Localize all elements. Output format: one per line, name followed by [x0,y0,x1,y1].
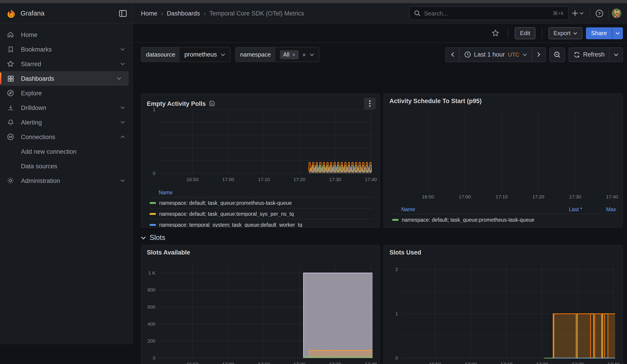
legend-column-last[interactable]: Last * [549,207,582,212]
dashboards-grid-icon [0,75,21,82]
dock-menu-icon[interactable] [119,10,127,17]
remove-chip-icon[interactable]: × [292,51,296,58]
svg-text:17:20: 17:20 [293,362,306,364]
clear-icon[interactable]: × [302,51,306,58]
sidebar-item-drilldown[interactable]: Drilldown [0,100,132,115]
svg-text:17:20: 17:20 [536,362,548,364]
breadcrumb-separator: › [204,9,206,17]
svg-text:?: ? [598,11,601,16]
breadcrumb-dashboards[interactable]: Dashboards [167,10,200,17]
sidebar-item-dashboards[interactable]: Dashboards [0,71,129,86]
svg-text:16:50: 16:50 [422,194,434,199]
chevron-down-icon [310,53,314,56]
svg-text:17:00: 17:00 [222,362,234,364]
add-button[interactable] [569,7,587,20]
svg-text:17:40: 17:40 [606,194,618,199]
svg-text:800: 800 [148,287,156,292]
namespace-label: namespace [236,48,275,62]
divider [541,28,542,38]
sidebar-item-connections[interactable]: Connections [0,130,132,144]
help-icon[interactable]: ? [593,7,606,20]
refresh-interval-button[interactable] [610,48,623,61]
legend-row[interactable]: namespace: default; task_queue:prometheu… [150,197,373,208]
breadcrumb-home[interactable]: Home [141,10,157,17]
legend-column-name[interactable]: Name [392,207,549,212]
panel-empty-activity-polls: Empty Activity Polls 16:5017:0017:1017:2… [141,94,380,228]
panel-title[interactable]: Empty Activity Polls [147,100,206,107]
chevron-left-icon [451,52,454,57]
time-range-picker[interactable]: Last 1 hour UTC [459,48,532,61]
breadcrumb-separator: › [161,9,163,17]
sidebar-item-administration[interactable]: Administration [0,173,132,188]
sidebar-item-add-new-connection[interactable]: Add new connection [0,144,132,159]
series-name: namespace: default; task_queue:prometheu… [159,200,373,206]
breadcrumb-current: Temporal Core SDK (OTel) Metrics [209,10,304,17]
legend-column-max[interactable]: Max [582,207,616,212]
namespace-chip-all[interactable]: All × [280,50,299,59]
section-title: Slots [150,234,165,242]
panel-title[interactable]: Slots Used [389,249,421,256]
connections-icon [0,133,21,141]
legend-row[interactable]: namespace: default; task_queue:prometheu… [392,214,616,225]
kebab-menu-icon [369,100,371,107]
svg-text:16:50: 16:50 [187,362,199,364]
chevron-down-icon [120,62,125,65]
sidebar-item-alerting[interactable]: Alerting [0,115,132,130]
search-placeholder: Search... [424,10,549,17]
chevron-down-icon [574,32,577,34]
namespace-variable: namespace All × × [235,47,319,62]
dashboard-actions: Edit Export Share [133,24,627,43]
svg-text:0: 0 [395,355,398,361]
share-button[interactable]: Share [586,27,612,39]
header: Grafana Home › Dashboards › Temporal Cor… [0,3,627,24]
svg-text:17:00: 17:00 [459,194,471,199]
timeseries-chart: 16:5017:0017:1017:2017:3017:400200400600… [145,260,377,364]
time-controls: Last 1 hour UTC [445,47,623,62]
svg-text:17:30: 17:30 [329,177,341,182]
share-menu-button[interactable] [612,27,623,39]
favorite-star-icon[interactable] [489,27,502,40]
home-icon [0,31,21,38]
panel-description-icon[interactable] [209,100,215,107]
legend-column-name[interactable]: Name [150,190,373,195]
window-titlebar [0,0,627,3]
svg-text:17:20: 17:20 [532,194,544,199]
refresh-icon [574,51,580,58]
sidebar-item-data-sources[interactable]: Data sources [0,159,132,173]
refresh-button[interactable]: Refresh [569,48,610,61]
time-shift-back-button[interactable] [446,48,459,61]
datasource-select[interactable]: prometheus [180,48,230,62]
sidebar-item-bookmarks[interactable]: Bookmarks [0,42,132,56]
sidebar-item-starred[interactable]: Starred [0,56,132,71]
bookmark-icon [0,46,21,53]
drilldown-icon [0,104,21,111]
export-button[interactable]: Export [548,27,582,39]
svg-text:16:50: 16:50 [187,177,199,182]
panel-title[interactable]: Slots Available [147,249,190,256]
zoom-out-button[interactable] [549,47,565,62]
panel-title[interactable]: Activity Schedule To Start (p95) [389,98,482,104]
legend-row[interactable]: namespace: default; task_queue:temporal_… [150,208,373,219]
chevron-down-icon [120,179,125,182]
namespace-select[interactable]: All × × [275,48,319,62]
sidebar-item-home[interactable]: Home [0,27,132,42]
grafana-logo-icon[interactable] [6,8,16,18]
chevron-down-icon [120,121,125,124]
svg-text:400: 400 [148,321,156,327]
edit-button[interactable]: Edit [515,27,535,39]
timeseries-chart: 16:5017:0017:1017:2017:3017:40 [388,107,620,203]
sidebar-item-explore[interactable]: Explore [0,86,132,100]
user-avatar[interactable] [612,8,622,18]
svg-text:17:40: 17:40 [607,362,619,364]
star-icon [0,60,21,67]
series-color-marker [150,202,156,204]
svg-text:17:40: 17:40 [365,362,377,364]
svg-text:17:10: 17:10 [496,194,508,199]
svg-text:17:10: 17:10 [258,177,270,182]
row-slots[interactable]: Slots [141,234,623,242]
bell-icon [0,119,21,126]
timezone-label: UTC [508,51,519,58]
time-shift-forward-button[interactable] [532,48,545,61]
search-input[interactable]: Search... ⌘+k [409,6,569,20]
legend-row[interactable]: namespace: temporal_system; task_queue:d… [150,219,373,228]
